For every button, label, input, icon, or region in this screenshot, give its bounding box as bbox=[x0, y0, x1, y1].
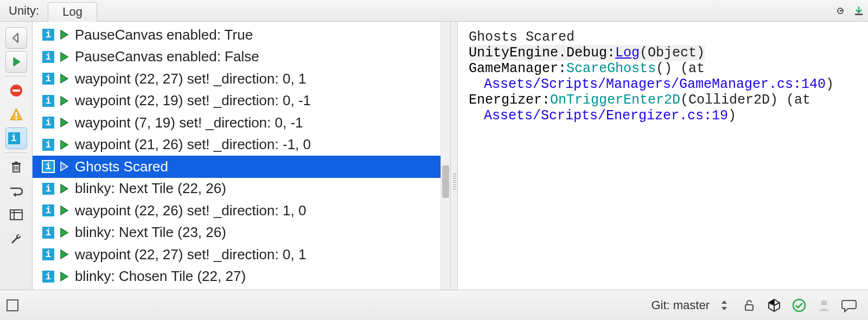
log-row[interactable]: iwaypoint (21, 26) set! _direction: -1, … bbox=[33, 134, 450, 156]
pane-divider[interactable] bbox=[450, 22, 458, 290]
detail-frame-2: Energizer:OnTriggerEnter2D(Collider2D) (… bbox=[469, 92, 857, 124]
layout-icon[interactable] bbox=[7, 299, 18, 311]
info-icon: i bbox=[8, 132, 20, 144]
play-icon bbox=[59, 205, 69, 216]
info-icon: i bbox=[42, 271, 54, 283]
user-icon[interactable] bbox=[816, 297, 832, 313]
source-path-link[interactable]: Assets/Scripts/Energizer.cs:19 bbox=[484, 108, 728, 124]
info-icon: i bbox=[42, 161, 54, 172]
log-entry-text: Ghosts Scared bbox=[75, 158, 168, 175]
detail-message: Ghosts Scared bbox=[469, 29, 857, 45]
columns-button[interactable] bbox=[5, 204, 27, 226]
source-path-link[interactable]: Assets/Scripts/Managers/GameManager.cs:1… bbox=[484, 76, 826, 92]
detail-stack-line: UnityEngine.Debug:Log(Object) bbox=[469, 45, 705, 61]
log-row[interactable]: iwaypoint (22, 27) set! _direction: 0, 1 bbox=[33, 68, 450, 90]
log-entry-text: PauseCanvas enabled: True bbox=[75, 27, 253, 43]
log-entry-text: waypoint (22, 26) set! _direction: 1, 0 bbox=[75, 202, 306, 219]
gear-dropdown-icon[interactable] bbox=[835, 5, 847, 17]
log-row[interactable]: iblinky: Next Tile (22, 26) bbox=[33, 178, 450, 200]
warning-filter-button[interactable] bbox=[5, 104, 27, 125]
log-scrollbar[interactable] bbox=[441, 22, 450, 290]
log-entry-text: waypoint (22, 19) set! _direction: 0, -1 bbox=[75, 92, 311, 109]
git-updown-icon[interactable] bbox=[716, 297, 732, 313]
detail-pane: Ghosts Scared UnityEngine.Debug:Log(Obje… bbox=[458, 22, 868, 290]
info-icon: i bbox=[42, 183, 54, 195]
play-icon bbox=[59, 95, 69, 106]
play-icon bbox=[59, 161, 69, 172]
play-icon bbox=[59, 227, 69, 238]
log-entry-text: waypoint (22, 27) set! _direction: 0, 1 bbox=[75, 71, 306, 87]
app-label: Unity: bbox=[3, 4, 44, 18]
wrench-button[interactable] bbox=[5, 228, 27, 249]
lock-open-icon[interactable] bbox=[741, 297, 757, 313]
play-icon bbox=[59, 52, 69, 62]
header-bar: Unity: Log bbox=[0, 0, 868, 22]
play-icon bbox=[59, 249, 69, 260]
log-entry-text: blinky: Chosen Tile (22, 27) bbox=[75, 268, 246, 285]
play-icon bbox=[59, 183, 69, 194]
log-entry-text: waypoint (7, 19) set! _direction: 0, -1 bbox=[75, 114, 303, 131]
log-row[interactable]: iwaypoint (22, 27) set! _direction: 0, 1 bbox=[33, 244, 450, 266]
info-icon: i bbox=[42, 117, 54, 129]
main-area: i iPauseCanvas enabled: TrueiPauseCanvas… bbox=[0, 22, 868, 290]
log-method-link[interactable]: Log bbox=[615, 45, 640, 61]
svg-rect-6 bbox=[15, 118, 17, 119]
play-icon bbox=[59, 73, 69, 84]
info-icon: i bbox=[42, 95, 54, 107]
tab-log[interactable]: Log bbox=[48, 2, 97, 22]
play-icon bbox=[59, 139, 69, 150]
svg-point-17 bbox=[793, 299, 805, 311]
log-entry-text: PauseCanvas enabled: False bbox=[75, 48, 259, 65]
log-row[interactable]: iGhosts Scared bbox=[33, 156, 450, 178]
error-filter-button[interactable] bbox=[5, 80, 27, 101]
info-filter-button[interactable]: i bbox=[5, 127, 27, 149]
log-row[interactable]: iwaypoint (22, 26) set! _direction: 1, 0 bbox=[33, 200, 450, 222]
info-icon: i bbox=[42, 51, 54, 63]
info-icon: i bbox=[42, 227, 54, 239]
svg-rect-8 bbox=[12, 163, 21, 164]
log-row[interactable]: iPauseCanvas enabled: True bbox=[33, 24, 450, 46]
svg-rect-19 bbox=[821, 304, 827, 305]
sidebar: i bbox=[0, 22, 33, 290]
back-button[interactable] bbox=[5, 27, 27, 49]
info-icon: i bbox=[42, 248, 54, 260]
log-entry-text: blinky: Next Tile (22, 26) bbox=[75, 180, 226, 197]
info-icon: i bbox=[42, 73, 54, 85]
log-row[interactable]: iwaypoint (7, 19) set! _direction: 0, -1 bbox=[33, 112, 450, 134]
info-icon: i bbox=[42, 204, 54, 216]
download-icon[interactable] bbox=[853, 5, 865, 17]
log-row[interactable]: iwaypoint (22, 19) set! _direction: 0, -… bbox=[33, 90, 450, 112]
check-ok-icon[interactable] bbox=[791, 297, 807, 313]
svg-rect-13 bbox=[10, 210, 22, 220]
play-icon bbox=[59, 117, 69, 128]
chat-icon[interactable] bbox=[841, 297, 857, 313]
svg-rect-16 bbox=[745, 305, 753, 310]
scrollbar-grip[interactable] bbox=[442, 165, 449, 198]
log-entry-text: waypoint (22, 27) set! _direction: 0, 1 bbox=[75, 246, 306, 263]
svg-rect-5 bbox=[15, 112, 17, 117]
info-icon: i bbox=[42, 139, 54, 151]
play-icon bbox=[59, 271, 69, 282]
tab-log-label: Log bbox=[62, 5, 82, 19]
status-bar: Git: master bbox=[0, 290, 868, 320]
info-icon: i bbox=[42, 29, 54, 41]
detail-frame-1: GameManager:ScareGhosts() (at Assets/Scr… bbox=[469, 61, 857, 92]
log-row[interactable]: iPauseCanvas enabled: False bbox=[33, 46, 450, 68]
svg-rect-9 bbox=[15, 162, 18, 163]
wrap-button[interactable] bbox=[5, 180, 27, 202]
play-button[interactable] bbox=[5, 51, 27, 73]
log-entry-text: waypoint (21, 26) set! _direction: -1, 0 bbox=[75, 136, 311, 153]
play-icon bbox=[59, 29, 69, 40]
git-branch-label[interactable]: Git: master bbox=[651, 298, 710, 312]
svg-rect-4 bbox=[12, 89, 20, 92]
log-entry-text: blinky: Next Tile (23, 26) bbox=[75, 224, 226, 241]
trash-button[interactable] bbox=[5, 156, 27, 178]
log-row[interactable]: iblinky: Next Tile (23, 26) bbox=[33, 222, 450, 244]
svg-rect-2 bbox=[855, 14, 863, 15]
log-list[interactable]: iPauseCanvas enabled: TrueiPauseCanvas e… bbox=[33, 22, 450, 290]
log-row[interactable]: iblinky: Chosen Tile (22, 27) bbox=[33, 266, 450, 288]
unity-icon[interactable] bbox=[766, 297, 782, 313]
